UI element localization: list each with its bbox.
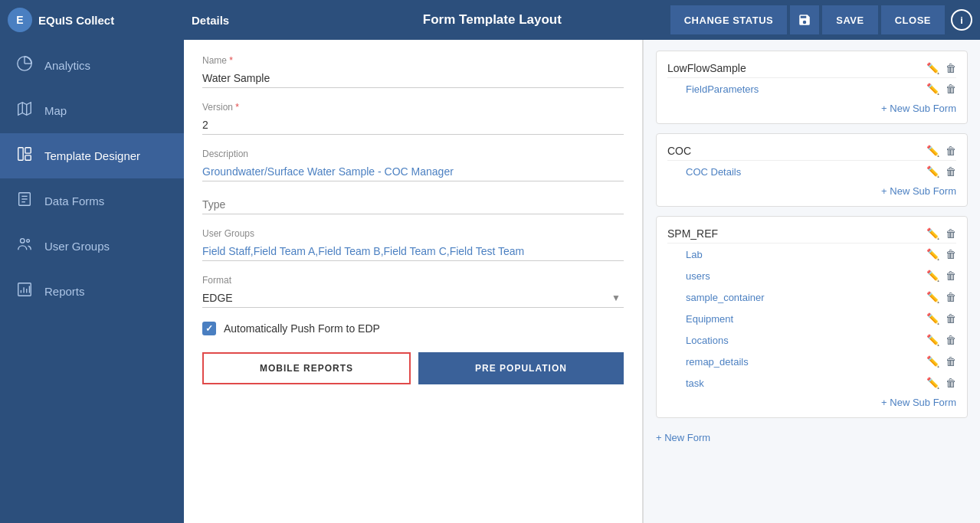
sidebar-item-user-groups[interactable]: User Groups [0,224,184,269]
subitem-equipment: Equipment ✏️ 🗑 [667,308,956,329]
bottom-buttons: MOBILE REPORTS PRE POPULATION [202,352,624,384]
spm-new-sub-form[interactable]: + New Sub Form [667,394,956,410]
section-coc-title: COC [667,145,691,157]
change-status-button[interactable]: CHANGE STATUS [670,5,788,34]
subitem-sample-container-name: sample_container [686,292,765,303]
info-button[interactable]: i [951,9,972,31]
coc-edit-icon[interactable]: ✏️ [926,145,939,157]
data-forms-icon [15,191,34,211]
subitem-fieldparameters-actions: ✏️ 🗑 [926,83,956,95]
header-section-label: Details [192,14,314,27]
version-input[interactable] [202,116,624,135]
coc-details-delete-icon[interactable]: 🗑 [946,165,956,178]
subitem-sample-container-actions: ✏️ 🗑 [926,291,956,303]
lowflow-delete-icon[interactable]: 🗑 [946,62,956,74]
user-groups-label: User Groups [44,240,110,253]
subitem-coc-details-name: COC Details [686,166,741,178]
svg-rect-6 [25,148,31,153]
task-delete-icon[interactable]: 🗑 [946,377,956,389]
coc-new-sub-form[interactable]: + New Sub Form [667,182,956,198]
lowflow-new-sub-form[interactable]: + New Sub Form [667,100,956,116]
users-edit-icon[interactable]: ✏️ [926,270,939,282]
subitem-coc-details: COC Details ✏️ 🗑 [667,161,956,182]
locations-delete-icon[interactable]: 🗑 [946,334,956,346]
format-field-group: Format EDGE MOBILE WEB ▼ [202,275,624,308]
remap-edit-icon[interactable]: ✏️ [926,355,939,368]
version-label: Version * [202,102,624,113]
users-delete-icon[interactable]: 🗑 [946,270,956,282]
type-field-group [202,195,624,214]
format-select-container: EDGE MOBILE WEB ▼ [202,289,624,308]
svg-point-12 [21,239,25,244]
sidebar-item-analytics[interactable]: Analytics [0,43,184,88]
close-button[interactable]: CLOSE [881,5,945,34]
sidebar-item-data-forms[interactable]: Data Forms [0,178,184,224]
section-lowflow-title: LowFlowSample [667,62,746,74]
user-groups-icon [15,236,34,257]
subitem-users-actions: ✏️ 🗑 [926,270,956,282]
spm-edit-icon[interactable]: ✏️ [926,227,939,240]
save-icon-button[interactable] [790,5,819,34]
subitem-users-name: users [686,270,710,282]
coc-details-edit-icon[interactable]: ✏️ [926,165,939,178]
sidebar-item-map[interactable]: Map [0,88,184,133]
equipment-edit-icon[interactable]: ✏️ [926,312,939,325]
analytics-icon [15,55,34,76]
subitem-task-name: task [686,378,704,389]
spm-delete-icon[interactable]: 🗑 [946,227,956,240]
subitem-equipment-name: Equipment [686,313,733,325]
subitem-locations-name: Locations [686,335,729,346]
save-button[interactable]: SAVE [822,5,877,34]
equipment-delete-icon[interactable]: 🗑 [946,312,956,325]
section-lowflow-actions: ✏️ 🗑 [926,62,956,74]
description-value: Groundwater/Surface Water Sample - COC M… [202,162,624,181]
section-lowflow-header: LowFlowSample ✏️ 🗑 [667,59,956,77]
locations-edit-icon[interactable]: ✏️ [926,334,939,346]
subitem-sample-container: sample_container ✏️ 🗑 [667,286,956,308]
subitem-equipment-actions: ✏️ 🗑 [926,312,956,325]
sidebar-item-reports[interactable]: Reports [0,269,184,314]
reports-icon [15,281,34,302]
fieldparams-edit-icon[interactable]: ✏️ [926,83,939,95]
description-label: Description [202,149,624,159]
new-form-button[interactable]: + New Form [656,427,968,448]
sample-container-edit-icon[interactable]: ✏️ [926,291,939,303]
lowflow-edit-icon[interactable]: ✏️ [926,62,939,74]
subitem-lab: Lab ✏️ 🗑 [667,244,956,265]
pre-population-button[interactable]: PRE POPULATION [418,352,624,384]
lab-edit-icon[interactable]: ✏️ [926,248,939,260]
version-field-group: Version * [202,102,624,135]
subitem-lab-actions: ✏️ 🗑 [926,248,956,260]
type-input[interactable] [202,195,624,214]
subitem-users: users ✏️ 🗑 [667,265,956,286]
section-spm-ref-header: SPM_REF ✏️ 🗑 [667,224,956,243]
format-label: Format [202,275,624,286]
svg-rect-5 [18,148,23,161]
subitem-task: task ✏️ 🗑 [667,372,956,394]
name-input[interactable] [202,69,624,88]
auto-push-checkbox[interactable] [202,322,216,335]
main-content: Name * Version * Description Groundwater… [184,40,980,523]
fieldparams-delete-icon[interactable]: 🗑 [946,83,956,95]
section-spm-ref-actions: ✏️ 🗑 [926,227,956,240]
logo-area: E EQuIS Collect [8,8,192,32]
subitem-task-actions: ✏️ 🗑 [926,377,956,389]
template-designer-label: Template Designer [44,149,140,162]
remap-delete-icon[interactable]: 🗑 [946,355,956,368]
subitem-locations: Locations ✏️ 🗑 [667,329,956,351]
task-edit-icon[interactable]: ✏️ [926,377,939,389]
subitem-fieldparameters-name: FieldParameters [686,83,759,95]
format-select[interactable]: EDGE MOBILE WEB [202,289,624,307]
map-icon [15,100,34,121]
sidebar-item-template-designer[interactable]: Template Designer [0,133,184,178]
subitem-remap-details-name: remap_details [686,356,749,368]
mobile-reports-button[interactable]: MOBILE REPORTS [202,352,411,384]
sample-container-delete-icon[interactable]: 🗑 [946,291,956,303]
template-panel: LowFlowSample ✏️ 🗑 FieldParameters ✏️ 🗑 … [643,40,980,523]
lab-delete-icon[interactable]: 🗑 [946,248,956,260]
svg-rect-7 [25,155,31,160]
subitem-lab-name: Lab [686,249,703,260]
coc-delete-icon[interactable]: 🗑 [946,145,956,157]
user-groups-value: Field Staff,Field Team A,Field Team B,Fi… [202,242,624,261]
user-groups-label: User Groups [202,228,624,239]
